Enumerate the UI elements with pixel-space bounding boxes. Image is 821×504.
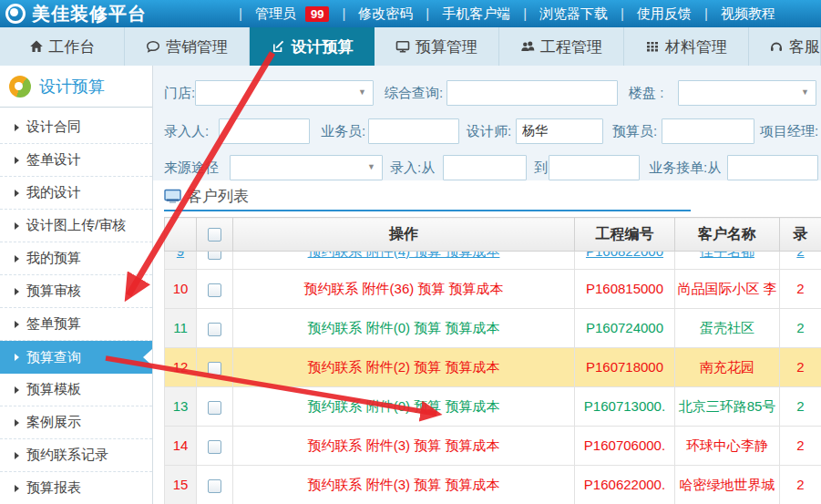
caret-icon	[15, 222, 19, 230]
sidebar-item-budget-template[interactable]: 预算模板	[0, 374, 152, 406]
brand-logo-icon	[5, 4, 26, 24]
tab-underline	[164, 210, 691, 211]
customer-name-link[interactable]: 佳宇名都	[675, 252, 779, 269]
row-checkbox[interactable]	[208, 323, 221, 336]
sidebar-item-my-design[interactable]: 我的设计	[0, 177, 152, 210]
project-manager-label: 项目经理:	[760, 118, 818, 144]
headset-icon	[769, 39, 789, 54]
entry-person-input[interactable]	[219, 118, 310, 144]
row-action-links[interactable]: 预约联系 附件(0) 预算 预算成本	[308, 320, 500, 335]
query-input[interactable]	[446, 80, 618, 106]
sidebar-item-design-upload-review[interactable]: 设计图上传/审核	[0, 210, 152, 242]
entry-from-input[interactable]	[443, 155, 527, 180]
project-code-link[interactable]: P160706000.	[584, 437, 665, 453]
entry-to-input[interactable]	[549, 155, 640, 180]
browser-download-link[interactable]: 浏览器下载	[510, 5, 608, 23]
customer-name-link[interactable]: 蛋壳社区	[700, 320, 754, 335]
tab-design-budget[interactable]: 设计预算	[250, 27, 375, 66]
tab-label: 工程管理	[540, 36, 602, 57]
row-action-links[interactable]: 预约联系 附件(3) 预算 预算成本	[308, 477, 500, 492]
row-checkbox[interactable]	[208, 362, 221, 375]
sidebar: 设计预算 设计合同 签单设计 我的设计 设计图上传/审核 我的预算 预算审核 签…	[0, 66, 153, 504]
project-code-link[interactable]: P160822000	[575, 252, 674, 269]
to-label: 到	[534, 155, 548, 180]
tab-project-management[interactable]: 工程管理	[499, 27, 624, 66]
main-nav: 工作台 营销管理 设计预算 预算管理 工程管理 材料管理 客服	[0, 27, 821, 66]
sidebar-item-appointment-records[interactable]: 预约联系记录	[0, 439, 152, 472]
video-tutorial-link[interactable]: 视频教程	[692, 5, 775, 23]
project-code-link[interactable]: P160718000	[586, 359, 663, 375]
sidebar-item-case-showcase[interactable]: 案例展示	[0, 406, 152, 439]
project-code-link[interactable]: P160622000.	[584, 477, 665, 492]
date-cell: 2	[780, 466, 821, 504]
designer-label: 设计师:	[467, 118, 511, 144]
sidebar-item-design-contract[interactable]: 设计合同	[0, 111, 152, 144]
source-select[interactable]	[230, 155, 383, 180]
tab-label: 客服	[789, 36, 820, 57]
row-checkbox[interactable]	[208, 252, 221, 260]
row-action-links[interactable]: 预约联系 附件(4) 预算 预算成本	[233, 252, 574, 269]
sidebar-item-sign-design[interactable]: 签单设计	[0, 144, 152, 177]
project-code-link[interactable]: P160713000.	[584, 398, 665, 414]
order-from-input[interactable]	[727, 155, 818, 180]
tab-marketing[interactable]: 营销管理	[125, 27, 250, 66]
edit-icon	[272, 39, 292, 54]
store-select[interactable]	[195, 80, 374, 106]
row-action-links[interactable]: 预约联系 附件(0) 预算 预算成本	[308, 398, 500, 414]
list-monitor-icon	[164, 189, 187, 204]
monitor-icon	[395, 39, 416, 54]
sidebar-item-budget-query[interactable]: 预算查询	[0, 341, 152, 374]
caret-icon	[15, 386, 19, 394]
row-action-links[interactable]: 预约联系 附件(2) 预算 预算成本	[308, 359, 500, 375]
date-cell: 2	[780, 387, 821, 427]
sidebar-item-my-budget[interactable]: 我的预算	[0, 242, 152, 275]
customer-name-link[interactable]: 北京三环路85号	[679, 398, 776, 414]
customer-name-link[interactable]: 尚品国际小区 李	[677, 281, 776, 296]
tab-workbench[interactable]: 工作台	[0, 27, 125, 66]
tab-customer-service[interactable]: 客服	[749, 27, 821, 66]
row-checkbox[interactable]	[208, 479, 221, 493]
designer-input[interactable]	[516, 118, 603, 144]
project-code-cell: P160815000	[575, 270, 675, 309]
customer-name-link[interactable]: 环球中心李静	[686, 437, 768, 453]
users-icon	[520, 39, 540, 54]
sidebar-item-budget-report[interactable]: 预算报表	[0, 472, 152, 504]
project-code-header: 工程编号	[575, 218, 675, 252]
feedback-link[interactable]: 使用反馈	[608, 5, 692, 23]
row-checkbox[interactable]	[208, 440, 221, 454]
budgeter-input[interactable]	[662, 118, 754, 144]
entry-person-label: 录入人:	[164, 118, 209, 144]
caret-icon	[15, 419, 19, 427]
caret-icon	[15, 354, 19, 361]
row-checkbox[interactable]	[208, 401, 221, 415]
row-checkbox[interactable]	[208, 283, 221, 297]
source-label: 来源途径	[164, 155, 219, 180]
customer-name-link[interactable]: 南充花园	[700, 359, 754, 375]
sidebar-item-budget-review[interactable]: 预算审核	[0, 275, 152, 308]
row-actions-cell: 预约联系 附件(0) 预算 预算成本	[233, 387, 575, 427]
building-select[interactable]	[678, 80, 816, 106]
home-icon	[29, 39, 49, 54]
admin-user-link[interactable]: 管理员	[226, 5, 296, 23]
tab-material-management[interactable]: 材料管理	[624, 27, 749, 66]
tab-budget-management[interactable]: 预算管理	[375, 27, 499, 66]
project-code-link[interactable]: P160724000	[586, 320, 663, 335]
row-action-links[interactable]: 预约联系 附件(3) 预算 预算成本	[308, 437, 500, 453]
row-actions-cell: 预约联系 附件(2) 预算 预算成本	[233, 348, 575, 387]
customer-name-cell: 环球中心李静	[675, 427, 780, 466]
main-content: 门店: 综合查询: 楼盘 : 录入人: 业务员: 设计师: 预算员: 项目经理:…	[153, 66, 821, 504]
row-number: 11	[165, 309, 197, 348]
customer-name-link[interactable]: 哈密绿地世界城	[680, 477, 775, 492]
sidebar-item-label: 案例展示	[26, 414, 81, 431]
project-code-link[interactable]: P160815000	[586, 281, 663, 296]
salesman-input[interactable]	[368, 118, 459, 144]
customer-list-tab[interactable]: 客户列表	[164, 186, 249, 207]
change-password-link[interactable]: 修改密码	[329, 5, 413, 23]
sidebar-item-sign-budget[interactable]: 签单预算	[0, 308, 152, 341]
mobile-client-link[interactable]: 手机客户端	[413, 5, 510, 23]
row-action-links[interactable]: 预约联系 附件(36) 预算 预算成本	[303, 281, 503, 296]
select-all-checkbox[interactable]	[208, 228, 221, 242]
table-row: 9 预约联系 附件(4) 预算 预算成本 P160822000 佳宇名都 2	[165, 252, 821, 270]
notification-badge[interactable]: 99	[305, 6, 329, 22]
row-actions-cell: 预约联系 附件(0) 预算 预算成本	[233, 309, 575, 348]
